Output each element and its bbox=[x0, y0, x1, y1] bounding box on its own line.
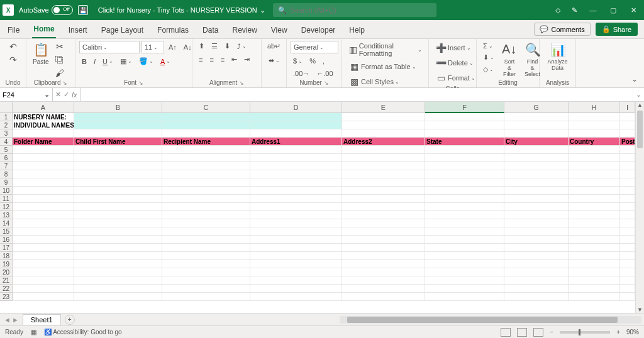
cell-G8[interactable] bbox=[504, 170, 569, 178]
cell-D22[interactable] bbox=[250, 285, 342, 293]
fx-icon[interactable]: fx bbox=[72, 91, 77, 99]
cell-B10[interactable] bbox=[74, 187, 162, 195]
cell-B4[interactable]: Child First Name bbox=[74, 138, 162, 146]
italic-button[interactable]: I bbox=[91, 57, 98, 67]
cell-F5[interactable] bbox=[425, 146, 504, 154]
cell-B3[interactable] bbox=[74, 129, 162, 138]
row-header-12[interactable]: 12 bbox=[0, 203, 13, 211]
cell-B14[interactable] bbox=[74, 219, 162, 227]
cell-A19[interactable] bbox=[13, 260, 74, 268]
cell-G15[interactable] bbox=[504, 227, 569, 236]
cell-B19[interactable] bbox=[74, 260, 162, 268]
fill-icon[interactable]: ⬇⌄ bbox=[480, 52, 497, 63]
cell-A21[interactable] bbox=[13, 276, 74, 285]
cell-A1[interactable]: NURSERY NAME: bbox=[13, 113, 74, 121]
cell-E6[interactable] bbox=[342, 154, 425, 162]
column-header-I[interactable]: I bbox=[620, 102, 635, 113]
cell-E18[interactable] bbox=[342, 252, 425, 260]
horizontal-scrollbar[interactable] bbox=[340, 316, 641, 324]
cell-B12[interactable] bbox=[74, 203, 162, 211]
cell-D16[interactable] bbox=[250, 236, 342, 244]
border-button[interactable]: ▦⌄ bbox=[118, 56, 135, 67]
cell-I12[interactable] bbox=[620, 203, 635, 211]
font-name-combo[interactable]: Calibri⌄ bbox=[79, 41, 140, 53]
cell-F16[interactable] bbox=[425, 236, 504, 244]
cell-B15[interactable] bbox=[74, 227, 162, 236]
cell-F11[interactable] bbox=[425, 195, 504, 203]
cell-H6[interactable] bbox=[569, 154, 620, 162]
vertical-scrollbar[interactable]: ▲ ▼ bbox=[635, 102, 644, 313]
cell-H5[interactable] bbox=[569, 146, 620, 154]
row-header-14[interactable]: 14 bbox=[0, 219, 13, 227]
cell-G6[interactable] bbox=[504, 154, 569, 162]
cell-F23[interactable] bbox=[425, 293, 504, 301]
cell-D11[interactable] bbox=[250, 195, 342, 203]
row-header-10[interactable]: 10 bbox=[0, 187, 13, 195]
comments-button[interactable]: 💬 Comments bbox=[534, 23, 590, 36]
column-header-C[interactable]: C bbox=[162, 102, 250, 113]
sheet-tab-sheet1[interactable]: Sheet1 bbox=[23, 314, 61, 325]
cell-H21[interactable] bbox=[569, 276, 620, 285]
cell-D1[interactable] bbox=[250, 113, 342, 121]
cell-G22[interactable] bbox=[504, 285, 569, 293]
font-size-combo[interactable]: 11⌄ bbox=[142, 41, 164, 53]
cell-A5[interactable] bbox=[13, 146, 74, 154]
tab-insert[interactable]: Insert bbox=[67, 22, 89, 38]
cell-D23[interactable] bbox=[250, 293, 342, 301]
row-header-17[interactable]: 17 bbox=[0, 244, 13, 252]
cell-I15[interactable] bbox=[620, 227, 635, 236]
cell-E11[interactable] bbox=[342, 195, 425, 203]
cell-F1[interactable] bbox=[425, 113, 504, 121]
row-header-1[interactable]: 1 bbox=[0, 113, 13, 121]
column-header-H[interactable]: H bbox=[569, 102, 620, 113]
merge-center-icon[interactable]: ⬌⌄ bbox=[266, 55, 282, 66]
zoom-level[interactable]: 90% bbox=[626, 329, 639, 335]
cell-D9[interactable] bbox=[250, 178, 342, 187]
cell-C7[interactable] bbox=[162, 162, 250, 170]
cell-E13[interactable] bbox=[342, 211, 425, 219]
cell-F21[interactable] bbox=[425, 276, 504, 285]
row-header-8[interactable]: 8 bbox=[0, 170, 13, 178]
cell-A7[interactable] bbox=[13, 162, 74, 170]
cell-G21[interactable] bbox=[504, 276, 569, 285]
column-header-A[interactable]: A bbox=[13, 102, 74, 113]
copy-icon[interactable]: ⿻ bbox=[54, 54, 65, 65]
column-header-F[interactable]: F bbox=[425, 102, 504, 113]
cell-E9[interactable] bbox=[342, 178, 425, 187]
autosum-icon[interactable]: Σ⌄ bbox=[480, 41, 497, 51]
column-header-D[interactable]: D bbox=[250, 102, 342, 113]
cell-C13[interactable] bbox=[162, 211, 250, 219]
cell-G17[interactable] bbox=[504, 244, 569, 252]
cell-D21[interactable] bbox=[250, 276, 342, 285]
cell-B1[interactable] bbox=[74, 113, 162, 121]
cell-B8[interactable] bbox=[74, 170, 162, 178]
minimize-button[interactable]: — bbox=[589, 6, 597, 14]
cell-B17[interactable] bbox=[74, 244, 162, 252]
cell-D10[interactable] bbox=[250, 187, 342, 195]
cell-I17[interactable] bbox=[620, 244, 635, 252]
cell-G5[interactable] bbox=[504, 146, 569, 154]
search-box[interactable]: 🔍 bbox=[273, 3, 436, 17]
row-header-18[interactable]: 18 bbox=[0, 252, 13, 260]
cell-D5[interactable] bbox=[250, 146, 342, 154]
cell-G11[interactable] bbox=[504, 195, 569, 203]
cell-I1[interactable] bbox=[620, 113, 635, 121]
cell-I16[interactable] bbox=[620, 236, 635, 244]
cell-G4[interactable]: City bbox=[504, 138, 569, 146]
comma-icon[interactable]: , bbox=[320, 56, 327, 66]
cell-H18[interactable] bbox=[569, 252, 620, 260]
cell-A4[interactable]: Folder Name bbox=[13, 138, 74, 146]
column-header-B[interactable]: B bbox=[74, 102, 162, 113]
percent-icon[interactable]: % bbox=[307, 56, 318, 66]
cell-H3[interactable] bbox=[569, 129, 620, 138]
cell-I21[interactable] bbox=[620, 276, 635, 285]
row-header-6[interactable]: 6 bbox=[0, 154, 13, 162]
cell-F8[interactable] bbox=[425, 170, 504, 178]
cell-C17[interactable] bbox=[162, 244, 250, 252]
row-header-9[interactable]: 9 bbox=[0, 178, 13, 187]
row-header-19[interactable]: 19 bbox=[0, 260, 13, 268]
cell-B13[interactable] bbox=[74, 211, 162, 219]
name-box[interactable]: F24 ⌄ bbox=[0, 88, 53, 101]
pen-icon[interactable]: ✎ bbox=[572, 6, 577, 14]
cell-A15[interactable] bbox=[13, 227, 74, 236]
